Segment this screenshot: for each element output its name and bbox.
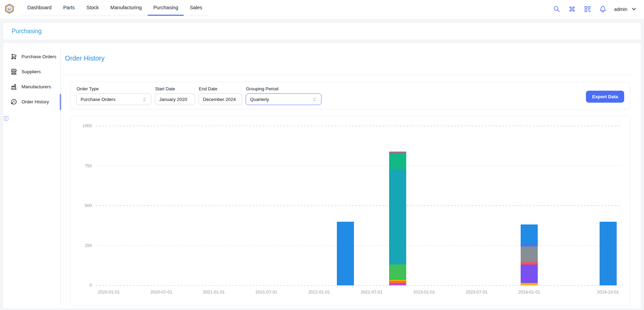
sidebar-item-purchase-orders[interactable]: Purchase Orders [3,49,60,64]
sidebar-item-label: Suppliers [22,69,41,74]
filter-panel: Order Type Purchase Orders Start Date Ja… [70,82,630,109]
x-axis-tick-label: 2023-01-01 [413,290,435,295]
selector-icon [142,97,147,102]
page-title: Order History [65,54,105,62]
top-navbar: DashboardPartsStockManufacturingPurchasi… [0,0,644,19]
y-gridline-1000 [96,126,621,126]
stacked-bar-2022-04-01[interactable] [337,222,354,285]
x-axis-tick-label: 2021-01-01 [203,290,225,295]
history-icon [11,99,17,105]
search-icon[interactable] [553,5,561,13]
x-axis-tick-label: 2023-07-01 [466,290,488,295]
bar-segment[interactable] [521,283,538,285]
bar-segment[interactable] [389,283,406,285]
start-date-field: Start Date January 2020 [155,86,195,105]
y-axis-tick-label: 0 [90,283,92,288]
stacked-bar-2022-10-01[interactable] [389,152,406,285]
y-axis-tick-label: 500 [85,203,92,208]
tab-purchasing[interactable]: Purchasing [148,0,184,15]
sidebar-item-manufacturers[interactable]: Manufacturers [3,79,60,94]
end-date-label: End Date [199,86,242,91]
y-axis-tick-label: 250 [85,243,92,248]
command-shortcut-icon[interactable] [568,5,576,13]
factory-icon [11,83,17,90]
sidebar-collapse-icon[interactable] [3,115,60,121]
bar-segment[interactable] [521,264,538,283]
qrcode-scan-icon[interactable] [584,5,591,13]
bar-segment[interactable] [389,153,406,169]
sidebar-items: Purchase OrdersSuppliersManufacturersOrd… [3,49,60,109]
building-store-icon [11,68,17,75]
start-date-value: January 2020 [159,97,187,102]
user-menu[interactable]: admin [614,6,637,12]
tab-sales[interactable]: Sales [184,0,208,15]
export-data-button[interactable]: Export Data [586,91,624,103]
stacked-bar-2024-10-01[interactable] [600,222,617,285]
x-axis-tick-label: 2020-01-01 [98,290,120,295]
grouping-period-label: Grouping Period [246,86,321,91]
order-type-value: Purchase Orders [81,97,115,102]
main-nav-tabs: DashboardPartsStockManufacturingPurchasi… [22,0,208,15]
tab-manufacturing[interactable]: Manufacturing [105,0,148,15]
start-date-input[interactable]: January 2020 [155,93,195,105]
start-date-label: Start Date [155,86,195,91]
breadcrumb-purchasing[interactable]: Purchasing [12,28,42,35]
x-axis-tick-label: 2024-10-01 [597,290,619,295]
order-type-field: Order Type Purchase Orders [76,86,151,105]
content-panel: Purchase OrdersSuppliersManufacturersOrd… [3,42,641,309]
app-window: DashboardPartsStockManufacturingPurchasi… [0,0,644,310]
x-axis-tick-label: 2022-07-01 [360,290,382,295]
end-date-field: End Date December 2024 [198,86,242,105]
bar-segment[interactable] [521,262,538,264]
y-axis-tick-label: 1000 [82,124,92,128]
grouping-period-select[interactable]: Quarterly [246,93,321,105]
sidebar-item-label: Manufacturers [22,84,51,89]
order-history-chart: 025050075010002020-01-012020-07-012021-0… [96,126,621,285]
bar-segment[interactable] [337,222,354,285]
y-gridline-0 [96,285,621,286]
title-divider [65,75,630,75]
tab-stock[interactable]: Stock [81,0,105,15]
selector-icon [312,97,317,102]
x-axis-tick-label: 2020-07-01 [150,290,172,295]
stacked-bar-2024-01-01[interactable] [521,224,538,285]
order-type-label: Order Type [77,86,151,91]
tab-dashboard[interactable]: Dashboard [22,0,57,15]
notifications-bell-icon[interactable] [599,5,607,13]
bar-segment[interactable] [389,264,406,280]
x-axis-tick-label: 2022-01-01 [308,290,330,295]
breadcrumb-panel: Purchasing [3,23,641,40]
bar-segment[interactable] [521,246,538,262]
sidebar-item-label: Order History [22,99,49,104]
bar-segment[interactable] [600,222,617,285]
tab-parts[interactable]: Parts [57,0,81,15]
sidebar-item-suppliers[interactable]: Suppliers [3,64,60,79]
username-label: admin [614,7,627,12]
chevron-down-icon [631,6,637,12]
main-area: Order History Order Type Purchase Orders… [60,43,641,309]
y-gridline-750 [96,166,621,166]
sidebar-item-label: Purchase Orders [22,54,56,59]
x-axis-tick-label: 2024-01-01 [518,290,540,295]
grouping-period-value: Quarterly [250,97,269,102]
y-gridline-250 [96,245,621,246]
end-date-input[interactable]: December 2024 [198,93,242,105]
sidebar: Purchase OrdersSuppliersManufacturersOrd… [3,43,60,309]
inventree-logo-icon[interactable] [4,3,15,15]
navbar-actions: admin [553,0,644,13]
sidebar-item-order-history[interactable]: Order History [3,94,60,109]
grouping-period-field: Grouping Period Quarterly [246,86,321,105]
y-axis-tick-label: 750 [85,164,92,168]
bar-segment[interactable] [389,169,406,265]
order-type-select[interactable]: Purchase Orders [76,93,151,105]
chart-panel: 025050075010002020-01-012020-07-012021-0… [70,116,630,306]
shopping-cart-icon [11,53,17,60]
y-gridline-500 [96,205,621,206]
x-axis-tick-label: 2021-07-01 [256,290,277,295]
end-date-value: December 2024 [203,97,236,102]
bar-segment[interactable] [521,224,538,244]
